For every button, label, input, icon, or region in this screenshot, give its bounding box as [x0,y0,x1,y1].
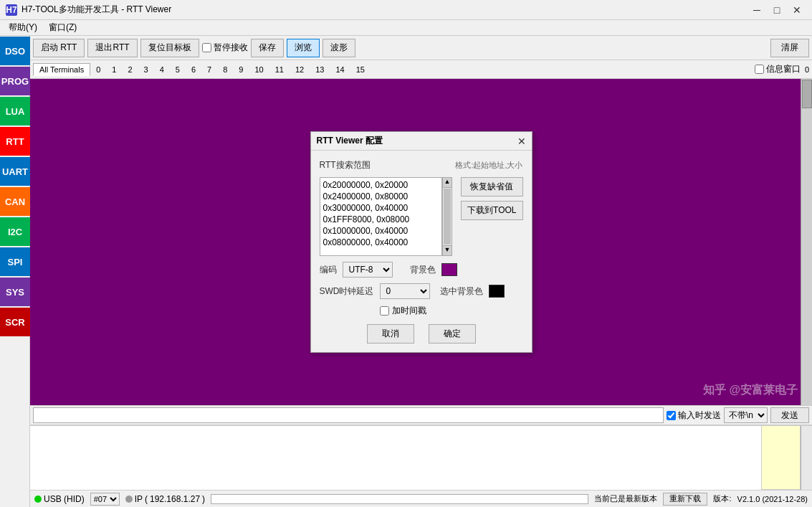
title-bar: H7 H7-TOOL多功能开发工具 - RTT Viewer ─ □ ✕ [0,0,812,20]
send-on-input-label[interactable]: 输入时发送 [667,409,721,422]
selected-bg-color-swatch[interactable] [489,285,505,298]
address-listbox[interactable]: 0x20000000, 0x20000 0x24000000, 0x80000 … [320,177,443,256]
tab-13[interactable]: 13 [310,64,330,75]
swd-delay-select[interactable]: 0 1 2 3 4 5 [380,283,430,299]
confirm-button[interactable]: 确定 [429,324,476,343]
pause-receive-input[interactable] [202,43,211,52]
yellow-panel [761,425,801,490]
encoding-row: 编码 UTF-8 GBK ASCII 背景色 [320,262,523,278]
listbox-section: 0x20000000, 0x20000 0x24000000, 0x80000 … [320,177,523,256]
exit-rtt-button[interactable]: 退出RTT [87,39,137,57]
swd-delay-row: SWD时钟延迟 0 1 2 3 4 5 选中背景色 [320,283,523,299]
channel-select[interactable]: #07 [90,493,120,506]
clear-screen-button[interactable]: 清屏 [770,39,809,57]
dialog-close-button[interactable]: ✕ [517,136,526,147]
sidebar-btn-rtt[interactable]: RTT [0,127,30,156]
listbox-scroll-down[interactable]: ▼ [443,245,452,255]
sidebar-btn-can[interactable]: CAN [0,187,30,216]
cancel-button[interactable]: 取消 [367,324,414,343]
listbox-scroll-up[interactable]: ▲ [443,178,452,188]
list-item[interactable]: 0x10000000, 0x40000 [322,225,441,237]
log-scrollbar[interactable] [801,426,812,490]
newline-select[interactable]: 不带\n 带\n \r\n [724,407,768,423]
tab-11[interactable]: 11 [269,64,290,75]
bg-color-swatch[interactable] [441,263,457,276]
log-area [30,425,812,490]
list-item[interactable]: 0x20000000, 0x20000 [322,179,441,191]
sidebar-btn-sys[interactable]: SYS [0,278,30,306]
pause-receive-label: 暂停接收 [214,42,248,54]
list-item[interactable]: 0x24000000, 0x80000 [322,191,441,202]
dialog-footer: 取消 确定 [320,324,523,343]
tab-6[interactable]: 6 [186,64,201,75]
tab-9[interactable]: 9 [233,64,249,75]
sidebar-btn-uart[interactable]: UART [0,157,30,186]
tab-7[interactable]: 7 [201,64,217,75]
tab-12[interactable]: 12 [290,64,310,75]
ip-status-dot [125,496,133,503]
sidebar-btn-i2c[interactable]: I2C [0,217,30,246]
timestamp-label: 加时间戳 [392,305,426,317]
ip-value: ( [145,494,148,504]
sidebar-btn-dso[interactable]: DSO [0,37,30,65]
format-label: 格式:起始地址,大小 [376,160,523,171]
save-button[interactable]: 保存 [251,39,284,57]
tab-1[interactable]: 1 [106,64,122,75]
sidebar-btn-prog[interactable]: PROG [0,67,30,95]
tab-14[interactable]: 14 [330,64,350,75]
send-button[interactable]: 发送 [770,407,809,423]
tab-5[interactable]: 5 [170,64,186,75]
close-button[interactable]: ✕ [788,2,806,18]
bg-color-label: 背景色 [410,264,436,276]
start-rtt-button[interactable]: 启动 RTT [33,39,85,57]
menu-help[interactable]: 帮助(Y) [3,20,43,35]
download-to-tool-button[interactable]: 下载到TOOL [461,201,522,220]
minimize-button[interactable]: ─ [747,2,766,18]
browse-button[interactable]: 浏览 [287,39,320,57]
status-text: 当前已是最新版本 [594,493,657,504]
content-area: 启动 RTT 退出RTT 复位目标板 暂停接收 保存 浏览 波形 清屏 All … [30,36,812,507]
tab-10[interactable]: 10 [249,64,269,75]
sidebar-btn-lua[interactable]: LUA [0,97,30,125]
info-window-checkbox-label[interactable]: 信息窗口 [755,63,801,75]
dialog-overlay: RTT Viewer 配置 ✕ RTT搜索范围 格式:起始地址,大小 [30,79,812,405]
encoding-select[interactable]: UTF-8 GBK ASCII [343,262,393,278]
send-on-input-checkbox[interactable] [667,411,676,420]
waveform-button[interactable]: 波形 [323,39,355,57]
restore-default-button[interactable]: 恢复缺省值 [461,177,522,196]
list-item[interactable]: 0x1FFF8000, 0x08000 [322,214,441,225]
menu-window[interactable]: 窗口(Z) [43,20,82,35]
tab-all-terminals[interactable]: All Terminals [33,63,90,76]
window-controls: ─ □ ✕ [747,2,806,18]
tab-2[interactable]: 2 [122,64,138,75]
sidebar: DSO PROG LUA RTT UART CAN I2C SPI SYS SC… [0,36,30,507]
dialog-right-buttons: 恢复缺省值 下载到TOOL [461,177,522,256]
list-item[interactable]: 0x30000000, 0x40000 [322,202,441,214]
timestamp-checkbox-label[interactable]: 加时间戳 [380,305,426,317]
status-bar: USB (HID) #07 IP ( 192.168.1.27 ) 当前已是最新… [30,490,812,507]
timestamp-checkbox[interactable] [380,306,389,316]
pause-receive-checkbox[interactable]: 暂停接收 [202,42,248,54]
maximize-button[interactable]: □ [768,2,786,18]
redownload-button[interactable]: 重新下载 [663,493,707,506]
version-label: 版本: [713,493,731,504]
info-window-checkbox[interactable] [755,65,764,74]
tab-3[interactable]: 3 [138,64,154,75]
app-icon: H7 [6,4,17,16]
tab-15[interactable]: 15 [350,64,371,75]
message-input[interactable] [33,407,664,423]
sidebar-btn-scr[interactable]: SCR [0,308,30,336]
reset-target-button[interactable]: 复位目标板 [140,39,199,57]
ip-address: 192.168.1.27 [150,494,200,504]
sidebar-btn-spi[interactable]: SPI [0,247,30,276]
tab-0[interactable]: 0 [90,64,106,75]
listbox-scrollbar[interactable]: ▲ ▼ [442,177,452,256]
info-window-label: 信息窗口 [766,63,801,75]
usb-label: USB (HID) [44,494,85,504]
log-content [30,426,801,490]
search-range-header-row: RTT搜索范围 格式:起始地址,大小 [320,159,523,171]
search-range-label: RTT搜索范围 [320,159,371,171]
list-item[interactable]: 0x08000000, 0x40000 [322,237,441,248]
tab-8[interactable]: 8 [217,64,233,75]
tab-4[interactable]: 4 [154,64,170,75]
